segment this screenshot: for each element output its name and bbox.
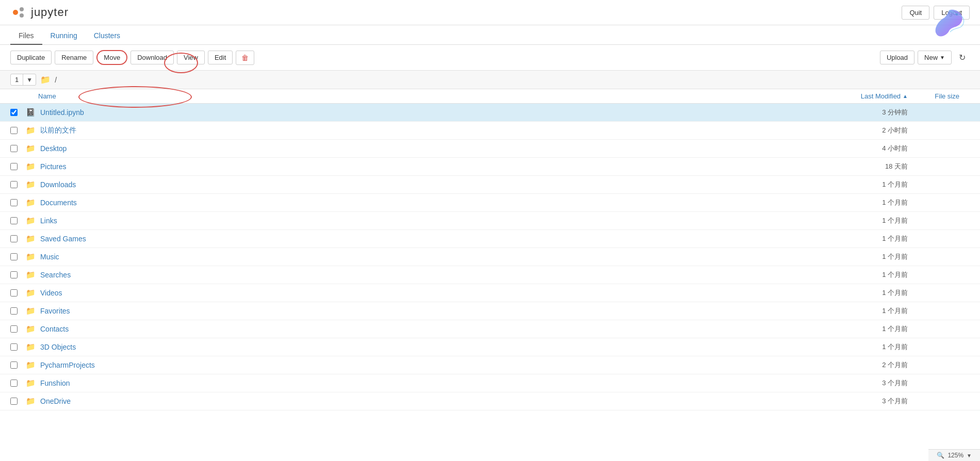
file-modified: 3 个月前 <box>805 397 908 406</box>
file-modified: 1 个月前 <box>805 270 908 279</box>
table-row[interactable]: 📁 Pictures 18 天前 <box>0 158 980 176</box>
row-checkbox-container[interactable] <box>10 163 26 170</box>
table-row[interactable]: 📁 Desktop 4 小时前 <box>0 140 980 158</box>
file-name[interactable]: Untitled.ipynb <box>40 108 805 117</box>
table-row[interactable]: 📁 Videos 1 个月前 <box>0 284 980 302</box>
row-checkbox-container[interactable] <box>10 127 26 134</box>
path-slash: / <box>55 76 57 84</box>
table-row[interactable]: 📁 Favorites 1 个月前 <box>0 302 980 320</box>
table-row[interactable]: 📁 OneDrive 3 个月前 <box>0 392 980 410</box>
path-selector[interactable]: 1 ▼ <box>10 74 36 86</box>
row-checkbox[interactable] <box>10 109 18 116</box>
row-checkbox[interactable] <box>10 145 18 152</box>
row-checkbox-container[interactable] <box>10 199 26 206</box>
file-name[interactable]: OneDrive <box>40 397 805 405</box>
file-name[interactable]: Music <box>40 253 805 261</box>
duplicate-button[interactable]: Duplicate <box>10 51 52 64</box>
file-name[interactable]: 以前的文件 <box>40 126 805 135</box>
file-name[interactable]: Desktop <box>40 144 805 153</box>
refresh-button[interactable]: ↻ <box>955 50 970 65</box>
row-checkbox-container[interactable] <box>10 361 26 369</box>
table-row[interactable]: 📁 Searches 1 个月前 <box>0 266 980 284</box>
table-row[interactable]: 📁 Contacts 1 个月前 <box>0 320 980 338</box>
row-checkbox-container[interactable] <box>10 217 26 224</box>
row-checkbox-container[interactable] <box>10 109 26 116</box>
edit-button[interactable]: Edit <box>208 51 233 64</box>
row-checkbox-container[interactable] <box>10 271 26 278</box>
row-checkbox-container[interactable] <box>10 307 26 315</box>
file-name[interactable]: Documents <box>40 199 805 207</box>
file-modified: 1 个月前 <box>805 306 908 316</box>
row-checkbox-container[interactable] <box>10 253 26 260</box>
tab-running[interactable]: Running <box>42 27 86 45</box>
row-checkbox[interactable] <box>10 271 18 278</box>
file-name[interactable]: Pictures <box>40 162 805 171</box>
file-name[interactable]: Saved Games <box>40 235 805 243</box>
row-checkbox[interactable] <box>10 398 18 405</box>
table-row[interactable]: 📁 Documents 1 个月前 <box>0 194 980 212</box>
row-checkbox[interactable] <box>10 325 18 333</box>
move-button[interactable]: Move <box>96 50 127 65</box>
col-size-header[interactable]: File size <box>908 92 970 100</box>
row-checkbox[interactable] <box>10 127 18 134</box>
file-name[interactable]: PycharmProjects <box>40 361 805 369</box>
table-row[interactable]: 📁 Saved Games 1 个月前 <box>0 230 980 248</box>
file-name[interactable]: Videos <box>40 289 805 297</box>
file-type-icon: 📁 <box>26 270 38 279</box>
file-type-icon: 📁 <box>26 342 38 352</box>
row-checkbox-container[interactable] <box>10 289 26 297</box>
download-button[interactable]: Download <box>130 51 174 64</box>
file-name[interactable]: Favorites <box>40 307 805 315</box>
row-checkbox[interactable] <box>10 163 18 170</box>
new-button[interactable]: New ▼ <box>918 51 952 64</box>
file-name[interactable]: Searches <box>40 271 805 279</box>
file-type-icon: 📁 <box>26 397 38 406</box>
row-checkbox[interactable] <box>10 361 18 369</box>
view-button[interactable]: View <box>177 51 205 64</box>
tab-files[interactable]: Files <box>10 27 42 45</box>
table-row[interactable]: 📁 3D Objects 1 个月前 <box>0 338 980 356</box>
row-checkbox-container[interactable] <box>10 325 26 333</box>
file-modified: 1 个月前 <box>805 198 908 207</box>
table-row[interactable]: 📁 Downloads 1 个月前 <box>0 176 980 194</box>
table-row[interactable]: 📁 Music 1 个月前 <box>0 248 980 266</box>
row-checkbox-container[interactable] <box>10 145 26 152</box>
rename-button[interactable]: Rename <box>55 51 93 64</box>
row-checkbox[interactable] <box>10 217 18 224</box>
quit-button[interactable]: Quit <box>902 6 929 20</box>
table-row[interactable]: 📁 Links 1 个月前 <box>0 212 980 230</box>
table-row[interactable]: 📓 Untitled.ipynb 3 分钟前 <box>0 104 980 122</box>
row-checkbox-container[interactable] <box>10 343 26 351</box>
file-name[interactable]: 3D Objects <box>40 343 805 351</box>
row-checkbox-container[interactable] <box>10 235 26 242</box>
upload-button[interactable]: Upload <box>880 51 914 64</box>
file-name[interactable]: Downloads <box>40 180 805 189</box>
row-checkbox[interactable] <box>10 253 18 260</box>
table-row[interactable]: 📁 Funshion 3 个月前 <box>0 374 980 392</box>
file-name[interactable]: Funshion <box>40 379 805 387</box>
row-checkbox[interactable] <box>10 199 18 206</box>
file-name[interactable]: Links <box>40 217 805 225</box>
row-checkbox[interactable] <box>10 181 18 188</box>
tab-bar: Files Running Clusters <box>0 27 980 45</box>
toolbar: Duplicate Rename Move Download View Edit… <box>0 45 980 71</box>
col-name-header[interactable]: Name <box>38 92 805 100</box>
table-row[interactable]: 📁 以前的文件 2 小时前 <box>0 122 980 140</box>
file-type-icon: 📁 <box>26 216 38 225</box>
new-dropdown-icon: ▼ <box>940 55 945 60</box>
row-checkbox[interactable] <box>10 307 18 315</box>
row-checkbox-container[interactable] <box>10 380 26 387</box>
row-checkbox[interactable] <box>10 343 18 351</box>
svg-point-2 <box>20 13 24 18</box>
row-checkbox-container[interactable] <box>10 398 26 405</box>
delete-button[interactable]: 🗑 <box>236 51 254 65</box>
tab-clusters[interactable]: Clusters <box>86 27 128 45</box>
row-checkbox[interactable] <box>10 380 18 387</box>
path-dropdown-icon[interactable]: ▼ <box>23 75 36 85</box>
col-modified-header[interactable]: Last Modified ▲ <box>805 92 908 100</box>
file-name[interactable]: Contacts <box>40 325 805 333</box>
row-checkbox[interactable] <box>10 289 18 297</box>
row-checkbox-container[interactable] <box>10 181 26 188</box>
row-checkbox[interactable] <box>10 235 18 242</box>
table-row[interactable]: 📁 PycharmProjects 2 个月前 <box>0 356 980 374</box>
